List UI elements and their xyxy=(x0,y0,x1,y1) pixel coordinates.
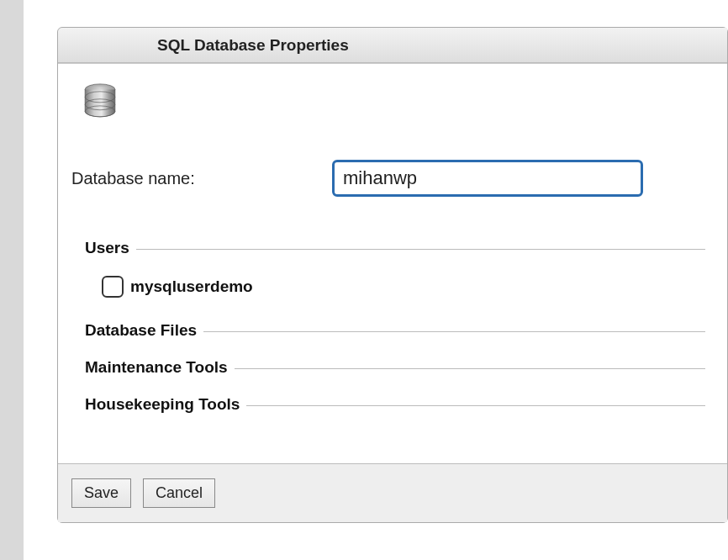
database-name-label: Database name: xyxy=(71,169,332,188)
sql-database-properties-dialog: SQL Database Properties xyxy=(57,27,728,523)
page-background: SQL Database Properties xyxy=(24,0,728,560)
database-name-row: Database name: xyxy=(71,160,719,197)
database-files-section-title: Database Files xyxy=(85,321,197,340)
cancel-button[interactable]: Cancel xyxy=(143,478,215,508)
users-section-title: Users xyxy=(85,239,129,257)
dialog-content: Database name: Users mysqluserdemo xyxy=(58,63,727,463)
dialog-title: SQL Database Properties xyxy=(157,36,349,55)
user-checkbox[interactable] xyxy=(102,276,124,298)
user-list-item: mysqluserdemo xyxy=(102,276,705,298)
database-name-input[interactable] xyxy=(332,160,643,197)
left-background-strip xyxy=(0,0,24,560)
maintenance-tools-section: Maintenance Tools xyxy=(85,358,705,377)
housekeeping-tools-section: Housekeeping Tools xyxy=(85,395,705,414)
section-divider xyxy=(203,331,705,332)
section-divider xyxy=(136,249,705,250)
database-icon xyxy=(78,80,122,127)
maintenance-tools-section-title: Maintenance Tools xyxy=(85,358,228,377)
users-section: Users mysqluserdemo xyxy=(85,239,705,298)
section-divider xyxy=(246,405,705,406)
database-files-section: Database Files xyxy=(85,321,705,340)
user-name-label: mysqluserdemo xyxy=(130,277,253,296)
save-button[interactable]: Save xyxy=(71,478,131,508)
section-divider xyxy=(235,368,705,369)
housekeeping-tools-section-title: Housekeeping Tools xyxy=(85,395,240,414)
dialog-title-bar: SQL Database Properties xyxy=(58,28,727,63)
dialog-footer: Save Cancel xyxy=(58,463,727,522)
